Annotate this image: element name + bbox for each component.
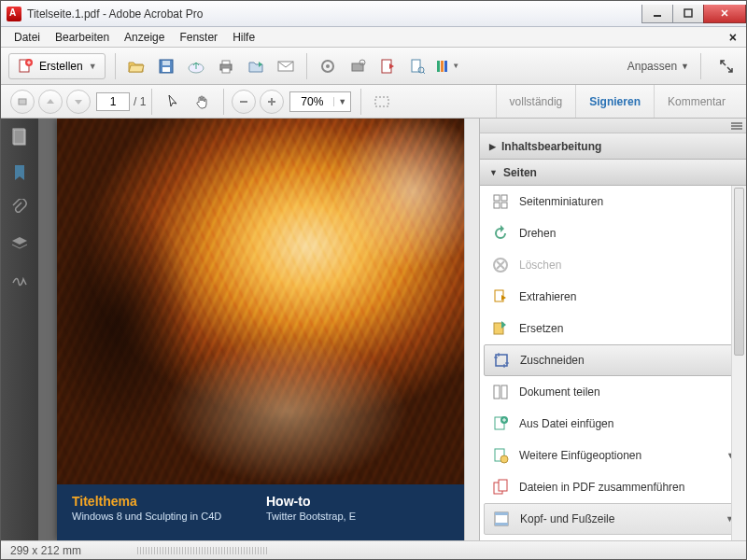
window-close-button[interactable] (703, 5, 746, 23)
tab-signieren[interactable]: Signieren (575, 85, 654, 118)
customize-label: Anpassen (627, 60, 677, 73)
tool-label: Dokument teilen (519, 385, 600, 399)
color-button[interactable]: ▼ (434, 53, 460, 79)
window-title: Titelseite.1.pdf - Adobe Acrobat Pro (27, 7, 203, 21)
svg-rect-50 (495, 523, 508, 525)
scrollbar-thumb[interactable] (734, 188, 744, 356)
menu-hilfe[interactable]: Hilfe (225, 29, 262, 46)
pages-tool-thumbs[interactable]: Seitenminiaturen (480, 186, 746, 217)
document-scrollbar[interactable] (464, 119, 479, 540)
tab-kommentar[interactable]: Kommentar (654, 85, 739, 118)
print-button[interactable] (213, 53, 239, 79)
envelope-icon (276, 60, 295, 73)
svg-rect-6 (162, 67, 170, 72)
show-prev-view-button[interactable] (10, 90, 35, 114)
zoom-out-button[interactable] (232, 90, 256, 114)
svg-rect-14 (352, 63, 363, 71)
signature-panel-icon[interactable] (10, 270, 29, 288)
open-button[interactable] (123, 53, 149, 79)
svg-rect-34 (494, 203, 500, 208)
layers-icon[interactable] (10, 234, 29, 253)
menu-fenster[interactable]: Fenster (172, 29, 225, 46)
tool-label: Dateien in PDF zusammenführen (519, 481, 684, 494)
page-thumbnails-icon[interactable] (10, 128, 29, 147)
zoom-in-button[interactable] (260, 90, 284, 114)
page-up-button[interactable] (38, 90, 63, 114)
hand-icon (194, 93, 211, 110)
page-number-input[interactable] (96, 92, 130, 111)
bookmark-icon[interactable] (10, 163, 29, 182)
page-down-button[interactable] (66, 90, 91, 114)
pages-tool-combine[interactable]: Dateien in PDF zusammenführen (480, 471, 746, 503)
printer-small-icon (17, 96, 28, 107)
hand-tool-button[interactable] (190, 89, 216, 115)
gear-icon (319, 58, 336, 75)
pages-tool-crop[interactable]: Zuschneiden (484, 344, 742, 376)
tab-vollstaendig[interactable]: vollständig (496, 85, 576, 118)
share-button[interactable] (243, 53, 269, 79)
thumbs-icon (491, 192, 510, 211)
attachment-icon[interactable] (10, 199, 29, 217)
window-minimize-button[interactable] (641, 5, 673, 23)
cursor-icon (165, 93, 180, 110)
pages-tool-moreins[interactable]: Weitere Einfügeoptionen▼ (480, 440, 746, 471)
zoom-input[interactable] (290, 95, 333, 108)
tool-label: Extrahieren (519, 290, 576, 303)
section-label: Seiten (503, 166, 537, 179)
triangle-right-icon: ▶ (489, 142, 496, 151)
pages-tool-extract[interactable]: Extrahieren (480, 281, 746, 313)
page-footer: Titelthema Windows 8 und Sculpting in C4… (57, 484, 475, 540)
nav-toolbar: / 1 ▼ vollständig Signieren Kommentar (1, 85, 746, 119)
select-tool-button[interactable] (160, 89, 186, 115)
fullscreen-button[interactable] (714, 54, 739, 78)
status-bar-grip[interactable] (137, 547, 268, 554)
menu-anzeige[interactable]: Anzeige (117, 29, 172, 46)
menu-datei[interactable]: Datei (7, 29, 48, 46)
pages-tool-replace[interactable]: Ersetzen (480, 313, 746, 344)
document-viewport[interactable]: Titelthema Windows 8 und Sculpting in C4… (38, 119, 479, 540)
tool-label: Ersetzen (519, 322, 563, 335)
customize-button[interactable]: Anpassen ▼ (622, 60, 695, 73)
email-button[interactable] (273, 53, 299, 79)
cloud-button[interactable] (183, 53, 209, 79)
chevron-down-icon: ▼ (89, 62, 97, 71)
svg-rect-31 (731, 128, 742, 130)
crop-icon (492, 351, 511, 370)
pages-tool-rotate[interactable]: Drehen (480, 217, 746, 249)
window-titlebar: Titelseite.1.pdf - Adobe Acrobat Pro (1, 1, 746, 27)
svg-rect-47 (499, 480, 507, 491)
menu-bearbeiten[interactable]: Bearbeiten (48, 29, 117, 46)
pages-tool-delete: Löschen (480, 249, 746, 281)
tool-label: Drehen (519, 227, 556, 240)
svg-rect-21 (444, 61, 447, 72)
panel-menu-icon[interactable] (731, 121, 742, 131)
tool-button-1[interactable] (345, 53, 371, 79)
create-button[interactable]: Erstellen ▼ (8, 53, 106, 79)
pages-tool-split[interactable]: Dokument teilen (480, 376, 746, 408)
window-maximize-button[interactable] (672, 5, 704, 23)
save-button[interactable] (153, 53, 179, 79)
menubar-close-doc-button[interactable]: × (726, 30, 740, 45)
triangle-down-icon: ▼ (489, 168, 498, 177)
left-nav-bar (1, 119, 38, 540)
marquee-zoom-button[interactable] (369, 89, 395, 115)
pages-tool-header[interactable]: Kopf- und Fußzeile▼ (484, 503, 742, 535)
chevron-down-icon: ▼ (681, 62, 689, 71)
export-pdf-button[interactable] (374, 53, 401, 79)
expand-icon (718, 58, 735, 75)
settings-button[interactable] (315, 53, 341, 79)
find-button[interactable] (404, 53, 430, 79)
svg-rect-33 (501, 195, 507, 201)
svg-rect-35 (501, 203, 507, 208)
extract-icon (491, 287, 510, 306)
chevron-down-icon[interactable]: ▼ (333, 97, 350, 106)
panel-scrollbar[interactable] (731, 186, 746, 540)
section-inhaltsbearbeitung[interactable]: ▶ Inhaltsbearbeitung (480, 133, 746, 160)
pages-tool-bg[interactable]: Hintergrund▼ (480, 535, 746, 540)
pages-tool-insert[interactable]: Aus Datei einfügen (480, 408, 746, 440)
zoom-combo[interactable]: ▼ (289, 91, 351, 112)
section-label: Inhaltsbearbeitung (501, 140, 601, 153)
svg-rect-17 (412, 60, 420, 72)
section-seiten[interactable]: ▼ Seiten (480, 160, 746, 186)
pdf-page: Titelthema Windows 8 und Sculpting in C4… (57, 119, 475, 540)
